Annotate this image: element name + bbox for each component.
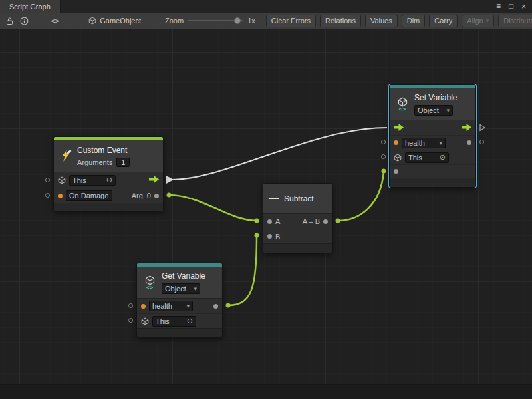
- target-dropdown[interactable]: This ⊙: [69, 175, 116, 186]
- a-input-port[interactable]: [267, 219, 272, 224]
- unconnected-input-port[interactable]: [45, 193, 50, 198]
- flow-output-marker[interactable]: [479, 124, 485, 132]
- variable-kind-value: Object: [418, 106, 439, 114]
- node-footer: [390, 178, 475, 187]
- target-row: This ⊙: [390, 150, 475, 164]
- arg0-output-port[interactable]: [154, 194, 159, 198]
- arguments-label: Arguments: [77, 158, 112, 166]
- variable-name-dropdown[interactable]: health ▾: [402, 138, 446, 148]
- graph-target[interactable]: GameObject: [88, 17, 141, 25]
- carry-button[interactable]: Carry: [429, 15, 458, 27]
- tab-script-graph[interactable]: Script Graph: [0, 0, 61, 13]
- node-footer: [54, 203, 163, 211]
- node-set-variable[interactable]: <> Set Variable Object ▾: [389, 84, 476, 188]
- tab-bar: Script Graph ≡ □ ×: [0, 0, 532, 13]
- variable-name-port[interactable]: [141, 304, 146, 309]
- align-button[interactable]: Align ▾: [462, 15, 494, 27]
- value-output-port[interactable]: [467, 140, 471, 145]
- object-picker-icon[interactable]: ⊙: [440, 153, 446, 162]
- object-picker-icon[interactable]: ⊙: [187, 317, 193, 325]
- graph-target-label: GameObject: [100, 17, 141, 25]
- value-connection-arg0-to-a[interactable]: [169, 195, 257, 221]
- object-picker-icon[interactable]: ⊙: [106, 176, 112, 184]
- variable-kind-value: Object: [165, 285, 186, 293]
- cube-icon: [141, 317, 149, 325]
- cube-icon: [58, 176, 66, 184]
- variable-icon: <>: [142, 275, 157, 290]
- window-maximize-icon[interactable]: □: [506, 0, 516, 13]
- chevron-down-icon: ▾: [486, 17, 489, 24]
- node-footer: [263, 243, 332, 253]
- clear-errors-button[interactable]: Clear Errors: [266, 15, 316, 27]
- dim-button[interactable]: Dim: [402, 15, 426, 27]
- arguments-count-field[interactable]: 1: [116, 158, 130, 167]
- code-view-icon[interactable]: <>: [51, 17, 59, 25]
- input-a-row: A A – B: [263, 214, 332, 229]
- variable-name-value: health: [152, 302, 172, 310]
- subtract-icon: [269, 198, 279, 200]
- event-name-port[interactable]: [58, 194, 63, 198]
- event-name-field[interactable]: On Damage: [66, 190, 112, 201]
- node-subtract[interactable]: Subtract A A – B B: [263, 183, 332, 253]
- target-row: This ⊙: [137, 313, 222, 328]
- value-output-port[interactable]: [213, 304, 218, 309]
- graph-canvas[interactable]: Custom Event Arguments 1 This ⊙: [0, 29, 532, 399]
- zoom-label: Zoom: [165, 17, 184, 25]
- unconnected-input-port[interactable]: [45, 178, 50, 182]
- node-get-variable[interactable]: <> Get Variable Object ▾: [136, 263, 223, 338]
- node-title: Subtract: [284, 194, 314, 203]
- graph-toolbar: <> GameObject Zoom 1x Clear Errors Relat…: [0, 13, 532, 29]
- node-footer: [137, 328, 222, 337]
- result-output-port[interactable]: [323, 219, 328, 224]
- flow-row: [390, 120, 475, 135]
- unconnected-output-port[interactable]: [479, 140, 484, 144]
- target-dropdown[interactable]: This ⊙: [405, 152, 449, 163]
- window-close-icon[interactable]: ×: [519, 0, 529, 13]
- values-button[interactable]: Values: [365, 15, 398, 27]
- b-input-port[interactable]: [267, 234, 272, 239]
- node-title: Get Variable: [162, 271, 205, 281]
- target-dropdown[interactable]: This ⊙: [152, 316, 196, 327]
- unconnected-input-port[interactable]: [381, 140, 386, 144]
- zoom-slider-handle[interactable]: [234, 17, 241, 24]
- value-input-row: [390, 164, 475, 178]
- cube-icon: [394, 154, 402, 162]
- node-custom-event[interactable]: Custom Event Arguments 1 This ⊙: [53, 136, 164, 211]
- value-connection-out-to-set[interactable]: [338, 172, 384, 221]
- variable-name-port[interactable]: [394, 140, 398, 145]
- variable-name-value: health: [405, 139, 425, 147]
- flow-output-port[interactable]: [462, 124, 471, 132]
- flow-connection-event-to-set[interactable]: [172, 128, 387, 180]
- canvas-edge-band: [0, 384, 532, 399]
- zoom-value: 1x: [247, 17, 255, 25]
- info-icon[interactable]: [19, 15, 29, 27]
- variable-kind-dropdown[interactable]: Object ▾: [414, 105, 453, 116]
- connection-endpoint: [336, 219, 340, 223]
- node-title: Set Variable: [414, 93, 457, 102]
- flow-input-port[interactable]: [394, 124, 404, 132]
- connection-endpoint: [382, 169, 386, 174]
- connection-endpoint: [167, 193, 172, 198]
- value-input-port[interactable]: [394, 169, 398, 174]
- custom-event-icon: [59, 149, 72, 164]
- unconnected-input-port[interactable]: [381, 154, 386, 159]
- lock-icon[interactable]: [4, 15, 15, 27]
- zoom-slider[interactable]: [188, 16, 243, 25]
- tab-title: Script Graph: [9, 3, 51, 11]
- node-header: Custom Event Arguments 1: [54, 140, 163, 172]
- unconnected-input-port[interactable]: [128, 318, 133, 323]
- b-label: B: [275, 233, 280, 241]
- value-connection-get-to-b[interactable]: [228, 237, 257, 305]
- event-name-value: On Damage: [69, 192, 108, 200]
- connection-endpoint: [255, 219, 259, 223]
- node-title: Custom Event: [77, 146, 130, 155]
- window-menu-icon[interactable]: ≡: [493, 0, 503, 13]
- variable-name-dropdown[interactable]: health ▾: [149, 301, 193, 311]
- distribute-button[interactable]: Distribute ▾: [498, 15, 532, 27]
- variable-icon: <>: [395, 97, 410, 112]
- variable-kind-dropdown[interactable]: Object ▾: [162, 283, 200, 294]
- relations-button[interactable]: Relations: [320, 15, 361, 27]
- flow-output-port[interactable]: [149, 176, 159, 184]
- variable-name-row: health ▾: [137, 299, 222, 313]
- unconnected-input-port[interactable]: [128, 303, 133, 308]
